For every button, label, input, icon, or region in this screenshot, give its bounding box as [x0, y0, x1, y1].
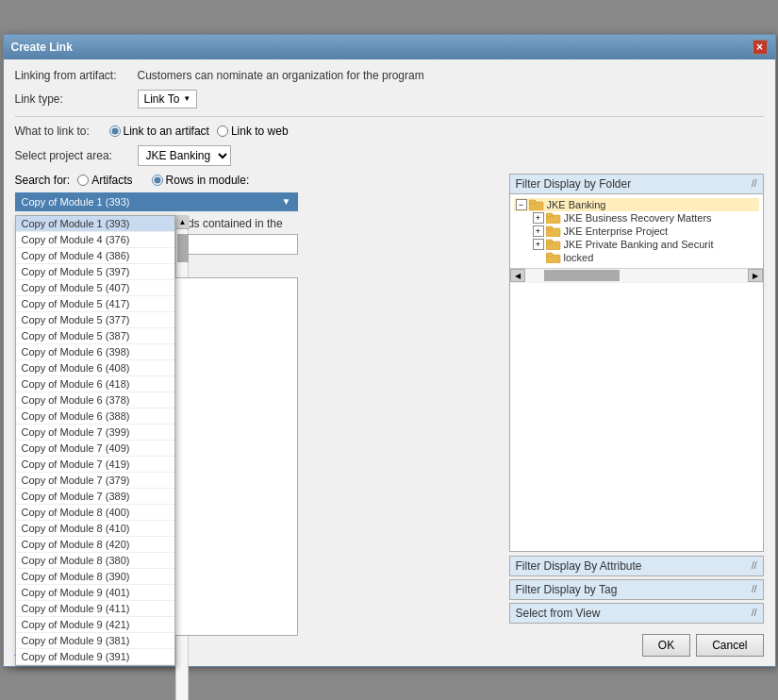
dropdown-item-5[interactable]: Copy of Module 5 (417) [16, 296, 174, 312]
dropdown-item-23[interactable]: Copy of Module 9 (401) [16, 585, 174, 601]
create-link-dialog: Create Link × Linking from artifact: Cus… [3, 34, 776, 667]
link-type-select[interactable]: Link To ▼ [138, 90, 198, 108]
dropdown-item-26[interactable]: Copy of Module 9 (381) [16, 633, 174, 649]
main-content: Search for: Artifacts Rows in module: Co… [15, 174, 764, 657]
link-to-artifact-option[interactable]: Link to an artifact [109, 125, 209, 138]
ok-button[interactable]: OK [642, 634, 690, 657]
folder-svg-locked [546, 252, 561, 263]
dropdown-item-8[interactable]: Copy of Module 6 (398) [16, 344, 174, 360]
dropdown-item-9[interactable]: Copy of Module 6 (408) [16, 360, 174, 376]
h-scroll-right-button[interactable]: ▶ [748, 269, 763, 282]
horizontal-scrollbar[interactable]: ◀ ▶ [510, 268, 763, 283]
dropdown-item-21[interactable]: Copy of Module 8 (380) [16, 553, 174, 569]
tree-label-jke-banking: JKE Banking [547, 199, 606, 210]
svg-rect-3 [546, 213, 553, 217]
link-to-web-label: Link to web [231, 125, 289, 138]
dropdown-item-3[interactable]: Copy of Module 5 (397) [16, 264, 174, 280]
link-to-web-option[interactable]: Link to web [217, 125, 289, 138]
filter-tag-section: Filter Display by Tag // [509, 579, 764, 600]
tree-expand-jke-private[interactable]: + [533, 239, 544, 250]
dropdown-item-17[interactable]: Copy of Module 7 (389) [16, 489, 174, 505]
link-to-web-radio[interactable] [217, 125, 228, 137]
tree-item-jke-business[interactable]: + JKE Business Recovery Matters [514, 211, 759, 225]
dropdown-item-25[interactable]: Copy of Module 9 (421) [16, 617, 174, 633]
tree-label-jke-private: JKE Private Banking and Securit [564, 239, 714, 250]
dropdown-item-19[interactable]: Copy of Module 8 (410) [16, 521, 174, 537]
module-dropdown-header[interactable]: Copy of Module 1 (393) ▼ [15, 192, 298, 211]
tree-label-locked: locked [564, 252, 594, 263]
artifacts-option[interactable]: Artifacts [77, 174, 132, 187]
artifacts-label: Artifacts [91, 174, 132, 187]
divider-1 [15, 116, 764, 117]
dropdown-item-20[interactable]: Copy of Module 8 (420) [16, 537, 174, 553]
h-scroll-left-button[interactable]: ◀ [510, 269, 525, 282]
dropdown-item-13[interactable]: Copy of Module 7 (399) [16, 425, 174, 441]
folder-svg-jke-banking [529, 199, 544, 210]
right-panel: Filter Display by Folder // − [509, 174, 764, 657]
search-for-row: Search for: Artifacts Rows in module: [15, 174, 502, 187]
tree-item-locked[interactable]: locked [514, 251, 759, 264]
close-button[interactable]: × [753, 40, 768, 55]
link-type-dropdown-icon: ▼ [183, 94, 190, 103]
svg-rect-7 [546, 240, 553, 243]
folder-tree-section: Filter Display by Folder // − [509, 174, 764, 552]
link-type-radio-group: Link to an artifact Link to web [109, 125, 292, 138]
folder-icon-jke-business [546, 212, 561, 224]
filter-attribute-header[interactable]: Filter Display By Attribute // [509, 556, 764, 576]
dialog-buttons: OK Cancel [509, 634, 764, 657]
tree-expand-jke-business[interactable]: + [533, 212, 544, 224]
dropdown-item-27[interactable]: Copy of Module 9 (391) [16, 649, 174, 665]
scroll-up-button[interactable]: ▲ [176, 216, 190, 229]
dropdown-item-22[interactable]: Copy of Module 8 (390) [16, 569, 174, 585]
scroll-thumb [177, 234, 189, 262]
tree-expand-jke-enterprise[interactable]: + [533, 225, 544, 237]
tree-item-jke-banking[interactable]: − JKE Banking [514, 198, 759, 211]
dropdown-item-4[interactable]: Copy of Module 5 (407) [16, 280, 174, 296]
link-to-artifact-radio[interactable] [109, 125, 121, 137]
cancel-button[interactable]: Cancel [696, 634, 763, 657]
project-area-select[interactable]: JKE Banking [138, 145, 231, 166]
folder-svg-jke-business [546, 212, 561, 224]
what-to-link-label: What to link to: [15, 125, 109, 138]
module-dropdown-list[interactable]: Copy of Module 1 (393)Copy of Module 4 (… [15, 215, 175, 666]
dropdown-item-24[interactable]: Copy of Module 9 (411) [16, 601, 174, 617]
rows-in-module-label: Rows in module: [166, 174, 250, 187]
dropdown-item-6[interactable]: Copy of Module 5 (377) [16, 312, 174, 328]
tree-label-jke-business: JKE Business Recovery Matters [564, 212, 712, 224]
dialog-body: Linking from artifact: Customers can nom… [4, 59, 775, 666]
module-dropdown-value: Copy of Module 1 (393) [22, 196, 130, 208]
folder-tree-icon-1[interactable]: // [752, 178, 757, 189]
dropdown-item-10[interactable]: Copy of Module 6 (418) [16, 376, 174, 392]
tree-item-jke-enterprise[interactable]: + JKE Enterprise Project [514, 225, 759, 238]
dropdown-item-18[interactable]: Copy of Module 8 (400) [16, 505, 174, 521]
dropdown-item-2[interactable]: Copy of Module 4 (386) [16, 248, 174, 264]
tree-item-jke-private[interactable]: + JKE Private Banking and Securit [514, 238, 759, 251]
svg-rect-5 [546, 226, 553, 230]
folder-icon-jke-banking [529, 199, 544, 210]
dropdown-item-15[interactable]: Copy of Module 7 (419) [16, 457, 174, 473]
rows-in-module-option[interactable]: Rows in module: [152, 174, 250, 187]
dropdown-item-16[interactable]: Copy of Module 7 (379) [16, 473, 174, 489]
dropdown-item-1[interactable]: Copy of Module 4 (376) [16, 232, 174, 248]
search-for-label: Search for: [15, 174, 71, 187]
link-type-row: Link type: Link To ▼ [15, 90, 764, 108]
folder-icon-locked [546, 252, 561, 263]
dropdown-item-12[interactable]: Copy of Module 6 (388) [16, 408, 174, 425]
dropdown-item-0[interactable]: Copy of Module 1 (393) [16, 216, 174, 232]
filter-attribute-icon: // [752, 560, 757, 571]
svg-rect-1 [529, 200, 536, 204]
dropdown-item-14[interactable]: Copy of Module 7 (409) [16, 441, 174, 457]
filter-view-header[interactable]: Select from View // [509, 603, 764, 624]
linking-from-row: Linking from artifact: Customers can nom… [15, 69, 764, 82]
artifacts-radio[interactable] [77, 175, 89, 186]
tree-expand-jke-banking[interactable]: − [516, 199, 527, 210]
rows-in-module-radio[interactable] [152, 175, 163, 186]
dropdown-item-11[interactable]: Copy of Module 6 (378) [16, 392, 174, 408]
filter-view-section: Select from View // [509, 603, 764, 624]
filter-tag-header[interactable]: Filter Display by Tag // [509, 579, 764, 600]
dropdown-item-7[interactable]: Copy of Module 5 (387) [16, 328, 174, 344]
module-dropdown-arrow-icon: ▼ [282, 196, 291, 207]
folder-tree-header-label: Filter Display by Folder [516, 177, 632, 191]
folder-icon-jke-enterprise [546, 225, 561, 237]
folder-tree-header-icons: // [752, 178, 757, 189]
